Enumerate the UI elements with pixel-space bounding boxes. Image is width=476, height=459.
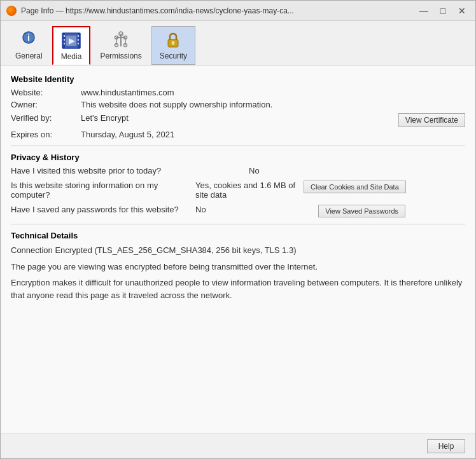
window-title: Page Info — https://www.hindustantimes.c… — [21, 6, 416, 15]
svg-rect-6 — [64, 39, 65, 41]
close-button[interactable]: ✕ — [454, 4, 470, 18]
connection-text: Connection Encrypted (TLS_AES_256_GCM_SH… — [11, 244, 465, 257]
page-info-window: Page Info — https://www.hindustantimes.c… — [0, 0, 476, 459]
divider-2 — [11, 224, 465, 224]
tab-permissions[interactable]: Permissions — [92, 26, 150, 65]
visited-row: Have I visited this website prior to tod… — [11, 166, 465, 175]
tab-general[interactable]: i General — [7, 26, 51, 65]
encrypted-text: The page you are viewing was encrypted b… — [11, 261, 465, 273]
security-tab-icon — [163, 30, 183, 50]
svg-rect-9 — [78, 39, 79, 41]
tab-media-label: Media — [61, 52, 82, 61]
window-controls: — □ ✕ — [416, 4, 470, 18]
verified-label: Verified by: — [11, 113, 81, 123]
svg-rect-10 — [78, 43, 79, 45]
permissions-tab-icon — [111, 30, 131, 50]
passwords-btn-area: View Saved Passwords — [304, 205, 405, 217]
footer: Help — [1, 434, 475, 458]
view-saved-passwords-button[interactable]: View Saved Passwords — [318, 205, 405, 217]
media-tab-icon — [61, 31, 81, 51]
website-row: Website: www.hindustantimes.com — [11, 88, 465, 97]
general-tab-icon: i — [18, 30, 39, 50]
verified-left: Verified by: Let's Encrypt — [11, 113, 398, 123]
view-certificate-button[interactable]: View Certificate — [398, 113, 465, 127]
maximize-button[interactable]: □ — [435, 4, 451, 18]
technical-details-title: Technical Details — [11, 231, 465, 240]
owner-label: Owner: — [11, 100, 81, 109]
clear-cookies-button[interactable]: Clear Cookies and Site Data — [304, 181, 406, 193]
passwords-answer: No — [195, 205, 304, 214]
tab-media[interactable]: Media — [52, 26, 91, 65]
tab-bar: i General — [1, 21, 475, 65]
expires-label: Expires on: — [11, 130, 81, 139]
svg-text:i: i — [27, 32, 30, 43]
website-value: www.hindustantimes.com — [81, 88, 465, 97]
encryption-desc: Encryption makes it difficult for unauth… — [11, 277, 465, 301]
website-identity-title: Website Identity — [11, 74, 465, 84]
passwords-row: Have I saved any passwords for this webs… — [11, 205, 465, 217]
website-label: Website: — [11, 88, 81, 97]
storing-row: Is this website storing information on m… — [11, 181, 465, 200]
owner-row: Owner: This website does not supply owne… — [11, 100, 465, 109]
verified-right: View Certificate — [398, 113, 465, 127]
visited-question: Have I visited this website prior to tod… — [11, 166, 249, 175]
storing-btn-area: Clear Cookies and Site Data — [304, 181, 406, 193]
svg-rect-5 — [64, 35, 65, 37]
passwords-question: Have I saved any passwords for this webs… — [11, 205, 195, 214]
owner-value: This website does not supply ownership i… — [81, 100, 465, 109]
verified-value: Let's Encrypt — [81, 113, 398, 123]
divider-1 — [11, 146, 465, 146]
svg-rect-24 — [172, 43, 174, 45]
verified-row: Verified by: Let's Encrypt View Certific… — [11, 113, 465, 127]
content-area: Website Identity Website: www.hindustant… — [1, 65, 475, 434]
svg-rect-7 — [64, 43, 65, 45]
storing-answer: Yes, cookies and 1.6 MB of site data — [195, 181, 304, 200]
expires-value: Thursday, August 5, 2021 — [81, 130, 465, 139]
visited-answer: No — [249, 166, 363, 175]
tab-permissions-label: Permissions — [100, 51, 141, 60]
expires-row: Expires on: Thursday, August 5, 2021 — [11, 130, 465, 139]
tab-security-label: Security — [160, 51, 187, 60]
privacy-history-title: Privacy & History — [11, 153, 465, 162]
tab-general-label: General — [15, 51, 43, 60]
tab-security[interactable]: Security — [151, 26, 195, 65]
help-button[interactable]: Help — [427, 439, 465, 453]
storing-question: Is this website storing information on m… — [11, 181, 195, 200]
minimize-button[interactable]: — — [416, 4, 432, 18]
title-bar: Page Info — https://www.hindustantimes.c… — [1, 1, 475, 21]
firefox-icon — [6, 5, 17, 17]
svg-rect-8 — [78, 35, 79, 37]
